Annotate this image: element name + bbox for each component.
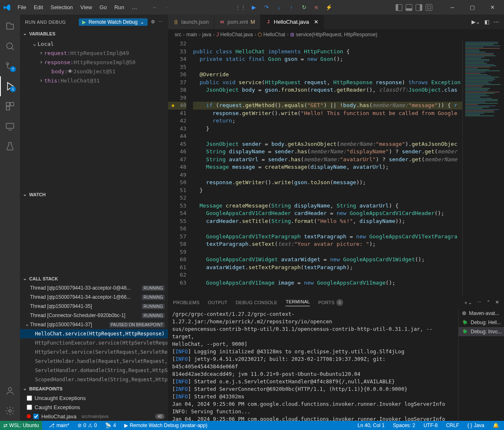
status-lang[interactable]: { }Java xyxy=(466,421,486,430)
breakpoints-header[interactable]: ⌄BREAKPOINTS xyxy=(20,384,168,393)
run-icon[interactable]: ▶⌄ xyxy=(471,19,480,25)
menu-selection[interactable]: Selection xyxy=(47,2,76,12)
window-close-icon[interactable]: ✕ xyxy=(484,1,501,14)
breadcrumb-item[interactable]: src xyxy=(175,32,181,38)
terminal-instance[interactable]: ⚙Maven-avat... xyxy=(459,309,504,318)
debug-step-into-icon[interactable]: ↓ xyxy=(274,3,283,12)
debug-drag-handle-icon[interactable]: ⋮⋮ xyxy=(235,4,246,10)
callstack-thread[interactable]: Thread [qtp1500079441-34-acceptor-1@66..… xyxy=(20,292,168,302)
breadcrumb-item[interactable]: ⊞ service(HttpRequest, HttpResponse) xyxy=(290,32,377,38)
nav-back-icon[interactable]: ← xyxy=(149,4,161,10)
status-encoding[interactable]: UTF-8 xyxy=(422,421,439,430)
status-ports[interactable]: 📡4 xyxy=(103,421,118,430)
bp-uncaught-checkbox[interactable] xyxy=(27,395,32,401)
panel-up-icon[interactable]: ⌃ xyxy=(486,300,490,306)
layout-bottom-icon[interactable] xyxy=(406,4,412,11)
bp-file-checkbox[interactable] xyxy=(33,414,39,419)
activity-testing-icon[interactable] xyxy=(0,136,20,156)
callstack-frame[interactable]: HelloChat.service(HttpRequest,HttpRespon… xyxy=(20,329,168,338)
debug-disconnect-icon[interactable]: ⎋ xyxy=(312,3,321,12)
more-actions-icon[interactable]: ⋯ xyxy=(494,19,499,25)
activity-explorer-icon[interactable] xyxy=(0,16,20,36)
variables-header[interactable]: ⌄VARIABLES xyxy=(20,29,168,38)
var-row[interactable]: ›response: HttpResponseImpl@50 xyxy=(20,58,168,67)
variables-scope[interactable]: ⌄Local xyxy=(20,39,168,48)
terminal-instance[interactable]: 🪲Debug: Hell... xyxy=(459,318,504,327)
menu-view[interactable]: View xyxy=(77,2,95,12)
activity-extensions-icon[interactable] xyxy=(0,96,20,116)
status-notifications-icon[interactable]: 🔔 xyxy=(491,421,501,430)
activity-account-icon[interactable] xyxy=(0,381,20,401)
callstack-frame[interactable]: ServletHolder.handle(Request,ServletRequ… xyxy=(20,357,168,366)
editor-code[interactable]: public class HelloChat implements HttpFu… xyxy=(193,40,462,296)
panel-tab-terminal[interactable]: TERMINAL xyxy=(286,299,310,306)
var-row[interactable]: ›request: HttpRequestImpl@49 xyxy=(20,48,168,58)
activity-settings-icon[interactable] xyxy=(0,401,20,421)
menu-edit[interactable]: Edit xyxy=(30,2,46,12)
panel-tab-ports[interactable]: PORTS4 xyxy=(318,299,343,306)
layout-right-icon[interactable] xyxy=(416,4,422,11)
window-maximize-icon[interactable]: ▢ xyxy=(464,1,481,14)
breadcrumbs[interactable]: src›main›java›J HelloChat.java›⬡ HelloCh… xyxy=(168,29,504,40)
close-icon[interactable]: ✕ xyxy=(314,19,318,25)
menu-run[interactable]: Run xyxy=(111,2,128,12)
activity-search-icon[interactable] xyxy=(0,36,20,56)
panel-tab-output[interactable]: OUTPUT xyxy=(208,300,228,305)
breadcrumb-item[interactable]: J HelloChat.java xyxy=(216,32,253,38)
breadcrumb-item[interactable]: ⬡ HelloChat xyxy=(258,32,285,38)
split-editor-icon[interactable]: ◧ xyxy=(484,19,489,25)
status-branch[interactable]: ⎇main* xyxy=(47,421,71,430)
menu-go[interactable]: Go xyxy=(96,2,110,12)
panel-close-icon[interactable]: ✕ xyxy=(495,300,499,306)
layout-customize-icon[interactable] xyxy=(426,4,432,11)
activity-scm-icon[interactable]: 7 xyxy=(0,56,20,76)
callstack-paused-thread[interactable]: ⌄Thread [qtp1500079441-37]PAUSED ON BREA… xyxy=(20,320,168,329)
panel-add-icon[interactable]: ＋⌄ xyxy=(464,300,472,306)
bp-file[interactable]: HelloChat.java src/main/java 40 xyxy=(20,412,168,421)
bp-uncaught[interactable]: Uncaught Exceptions xyxy=(20,393,168,402)
callstack-header[interactable]: ⌄CALL STACK xyxy=(20,274,168,283)
debug-config-selector[interactable]: ▶ Remote Watch Debug ⌄ xyxy=(79,18,148,26)
status-cursor[interactable]: Ln 40, Col 1 xyxy=(356,421,386,430)
debug-step-over-icon[interactable]: ↷ xyxy=(262,3,271,12)
status-problems[interactable]: ⊘0⚠0 xyxy=(76,421,98,430)
var-row[interactable]: body: 👁 JsonObject@51 xyxy=(20,67,168,76)
menu-…[interactable]: … xyxy=(128,2,140,12)
tab-launch.json[interactable]: {}launch.json xyxy=(168,15,214,29)
watch-header[interactable]: ⌄WATCH xyxy=(20,190,168,199)
terminal[interactable]: /grpc/grpc-context/1.27.2/grpc-context-1… xyxy=(168,309,458,421)
minimap[interactable] xyxy=(462,40,504,296)
debug-continue-icon[interactable]: ▶ xyxy=(249,3,258,12)
callstack-frame[interactable]: HttpServlet.service(ServletRequest,Servl… xyxy=(20,348,168,357)
status-spaces[interactable]: Spaces: 2 xyxy=(391,421,417,430)
callstack-frame[interactable]: ServletHandler.doHandle(String,Request,H… xyxy=(20,366,168,375)
menu-file[interactable]: File xyxy=(14,2,30,12)
panel-more-icon[interactable]: ⋯ xyxy=(477,300,481,306)
status-remote[interactable]: ⇄WSL: Ubuntu xyxy=(0,421,42,430)
debug-restart-icon[interactable]: ↻ xyxy=(299,3,308,12)
breadcrumb-item[interactable]: java xyxy=(202,32,211,38)
callstack-thread[interactable]: Thread [qtp1500079441-35]RUNNING xyxy=(20,302,168,311)
terminal-instance[interactable]: 🪲Debug: Invo... xyxy=(459,327,504,336)
more-icon[interactable]: ⋯ xyxy=(158,19,163,25)
gear-icon[interactable]: ⚙ xyxy=(151,19,155,25)
tab-pom.xml[interactable]: mpom.xmlM xyxy=(214,15,261,29)
status-debug-session[interactable]: ▶Remote Watch Debug (avatar-app) xyxy=(123,421,209,430)
editor-body[interactable]: 3233343536373839◆40414243444546474849505… xyxy=(168,40,504,296)
bp-caught[interactable]: Caught Exceptions xyxy=(20,402,168,412)
window-minimize-icon[interactable]: ─ xyxy=(444,1,461,14)
callstack-thread[interactable]: Thread [Connector-Scheduler-6920b0bc-1]R… xyxy=(20,311,168,320)
debug-step-out-icon[interactable]: ↑ xyxy=(287,3,296,12)
panel-tab-problems[interactable]: PROBLEMS xyxy=(173,300,200,305)
activity-remote-icon[interactable] xyxy=(0,116,20,136)
debug-hot-reload-icon[interactable]: ⚡ xyxy=(324,3,333,12)
callstack-frame[interactable]: HttpFunctionExecutor.service(HttpServlet… xyxy=(20,338,168,348)
panel-tab-debug console[interactable]: DEBUG CONSOLE xyxy=(236,300,278,305)
tab-HelloChat.java[interactable]: JHelloChat.java✕ xyxy=(261,15,324,29)
breadcrumb-item[interactable]: main xyxy=(186,32,197,38)
bp-caught-checkbox[interactable] xyxy=(27,405,32,410)
var-row[interactable]: ›this: HelloChat@31 xyxy=(20,76,168,85)
status-eol[interactable]: CRLF xyxy=(444,421,461,430)
callstack-thread[interactable]: Thread [qtp1500079441-33-acceptor-0@48..… xyxy=(20,283,168,292)
activity-debug-icon[interactable]: 1 xyxy=(0,76,20,96)
